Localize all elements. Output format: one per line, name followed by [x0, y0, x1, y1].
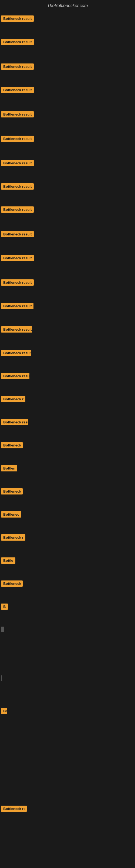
bottleneck-badge-1: Bottleneck result [1, 16, 34, 22]
bottleneck-item-15: Bottleneck result [1, 350, 31, 357]
bottleneck-badge-2: Bottleneck result [1, 39, 34, 45]
bottleneck-item-16: Bottleneck result [1, 373, 30, 380]
bottleneck-badge-6: Bottleneck result [1, 135, 34, 142]
bottleneck-item-24: Bottle [1, 557, 15, 565]
page-container: TheBottlenecker.com Bottleneck resultBot… [0, 0, 135, 868]
bottleneck-badge-34: Bottleneck re [1, 806, 27, 812]
bottleneck-item-18: Bottleneck resu [1, 419, 28, 426]
bottleneck-badge-3: Bottleneck result [1, 63, 34, 70]
bottleneck-item-26: B [1, 603, 8, 611]
bottleneck-badge-8: Bottleneck result [1, 183, 34, 190]
bottleneck-item-13: Bottleneck result [1, 303, 34, 310]
bottleneck-badge-30: Bo [1, 708, 7, 714]
bottleneck-item-10: Bottleneck result [1, 231, 34, 239]
bottleneck-item-20: Bottlen [1, 465, 17, 472]
bottleneck-item-23: Bottleneck r [1, 534, 26, 542]
bottleneck-item-8: Bottleneck result [1, 183, 34, 191]
bottleneck-badge-15: Bottleneck result [1, 350, 31, 356]
bottleneck-item-11: Bottleneck result [1, 255, 34, 262]
bottleneck-item-4: Bottleneck result [1, 87, 34, 94]
bottleneck-item-6: Bottleneck result [1, 135, 34, 143]
bottleneck-badge-20: Bottlen [1, 465, 17, 471]
bottleneck-badge-12: Bottleneck result [1, 279, 34, 286]
bottleneck-badge-23: Bottleneck r [1, 534, 26, 540]
tiny-indicator-29 [1, 675, 2, 681]
bottleneck-badge-7: Bottleneck result [1, 160, 34, 166]
bottleneck-badge-22: Bottlenec [1, 511, 21, 518]
bottleneck-item-3: Bottleneck result [1, 63, 34, 71]
bottleneck-item-25: Bottleneck [1, 581, 23, 588]
bottleneck-item-14: Bottleneck result [1, 326, 32, 334]
bottleneck-badge-5: Bottleneck result [1, 111, 34, 118]
bottleneck-item-5: Bottleneck result [1, 111, 34, 119]
bottleneck-item-21: Bottleneck [1, 488, 23, 496]
bottleneck-badge-4: Bottleneck result [1, 87, 34, 93]
bottleneck-badge-16: Bottleneck result [1, 373, 30, 379]
bottleneck-item-34: Bottleneck re [1, 806, 27, 813]
bottleneck-badge-17: Bottleneck r [1, 396, 26, 402]
tiny-indicator-27 [1, 627, 4, 632]
bottleneck-badge-24: Bottle [1, 557, 15, 564]
bottleneck-badge-26: B [1, 603, 8, 610]
bottleneck-item-17: Bottleneck r [1, 396, 26, 403]
bottleneck-badge-14: Bottleneck result [1, 326, 32, 333]
bottleneck-badge-10: Bottleneck result [1, 231, 34, 237]
bottleneck-badge-18: Bottleneck resu [1, 419, 28, 425]
bottleneck-item-2: Bottleneck result [1, 39, 34, 46]
bottleneck-item-1: Bottleneck result [1, 16, 34, 23]
bottleneck-badge-9: Bottleneck result [1, 207, 34, 213]
bottleneck-badge-25: Bottleneck [1, 581, 23, 587]
bottleneck-badge-13: Bottleneck result [1, 303, 34, 309]
bottleneck-item-22: Bottlenec [1, 511, 21, 519]
bottleneck-item-9: Bottleneck result [1, 207, 34, 214]
bottleneck-item-19: Bottleneck [1, 442, 23, 450]
bottleneck-item-7: Bottleneck result [1, 160, 34, 167]
bottleneck-badge-21: Bottleneck [1, 488, 23, 495]
site-title: TheBottlenecker.com [0, 1, 135, 10]
bottleneck-item-12: Bottleneck result [1, 279, 34, 287]
bottleneck-badge-19: Bottleneck [1, 442, 23, 448]
bottleneck-badge-11: Bottleneck result [1, 255, 34, 261]
bottleneck-item-30: Bo [1, 708, 7, 715]
